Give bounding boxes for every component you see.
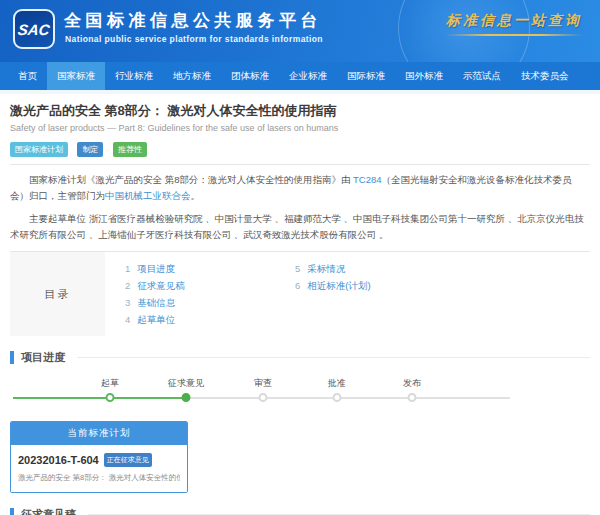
toc-box: 目录 1项目进度 2征求意见稿 3基础信息 4起草单位 5采标情况 6相近标准(… [10, 252, 590, 336]
site-title: 全国标准信息公共服务平台 [64, 9, 322, 32]
nav-item-foreign-standards[interactable]: 国外标准 [395, 62, 453, 90]
toc-link: 基础信息 [137, 297, 175, 308]
nav-item-national-standards[interactable]: 国家标准 [47, 62, 105, 90]
toc-item-drafting-units[interactable]: 4起草单位 [125, 311, 295, 328]
section-accent-bar [10, 351, 14, 364]
toc-item-adoption[interactable]: 5采标情况 [295, 260, 465, 277]
slogan-underline [446, 34, 582, 36]
slogan-banner: 标准信息一站查询 [446, 12, 582, 36]
intro-p1-suffix: 。 [191, 190, 201, 201]
step-node-review [259, 393, 268, 402]
toc-columns: 1项目进度 2征求意见稿 3基础信息 4起草单位 5采标情况 6相近标准(计划) [105, 252, 465, 336]
nav-item-group-standards[interactable]: 团体标准 [221, 62, 279, 90]
toc-num: 2 [125, 280, 130, 291]
intro-p1-prefix: 国家标准计划《激光产品的安全 第8部分：激光对人体安全性的使用指南》由 [29, 174, 353, 185]
section-title: 项目进度 [21, 350, 65, 365]
step-label-review: 审查 [254, 377, 272, 390]
section-draft: 征求意见稿 [10, 507, 590, 515]
toc-item-similar-standards[interactable]: 6相近标准(计划) [295, 277, 465, 294]
toc-num: 5 [295, 263, 300, 274]
toc-num: 3 [125, 297, 130, 308]
standard-title-en: Safety of laser products — Part 8: Guide… [10, 123, 590, 133]
plan-number-row: 20232016-T-604 正在征求意见 [18, 453, 180, 467]
step-node-draft [106, 393, 115, 402]
toc-link: 项目进度 [137, 263, 175, 274]
nav-item-home[interactable]: 首页 [8, 62, 47, 90]
toc-link: 采标情况 [307, 263, 345, 274]
toc-item-project-progress[interactable]: 1项目进度 [125, 260, 295, 277]
main-nav: 首页 国家标准 行业标准 地方标准 团体标准 企业标准 国际标准 国外标准 示范… [0, 62, 600, 90]
sac-logo-text: SAC [17, 21, 51, 38]
status-badge: 正在征求意见 [104, 453, 152, 467]
plan-name: 激光产品的安全 第8部分： 激光对人体安全性的使用指南 [18, 473, 180, 483]
site-header: SAC 全国标准信息公共服务平台 National public service… [0, 0, 600, 62]
section-rule [77, 357, 590, 358]
tag-recommended: 推荐性 [113, 142, 147, 157]
toc-link: 起草单位 [137, 314, 175, 325]
plan-number: 20232016-T-604 [18, 454, 99, 466]
site-subtitle: National public service platform for sta… [65, 34, 323, 44]
toc-link: 征求意见稿 [137, 280, 185, 291]
nav-item-industry-standards[interactable]: 行业标准 [105, 62, 163, 90]
current-plan-card-body: 20232016-T-604 正在征求意见 激光产品的安全 第8部分： 激光对人… [11, 445, 187, 492]
current-plan-card-title: 当前标准计划 [11, 422, 187, 445]
toc-num: 6 [295, 280, 300, 291]
standard-title-cn: 激光产品的安全 第8部分： 激光对人体安全性的使用指南 [10, 102, 590, 120]
toc-item-basic-info[interactable]: 3基础信息 [125, 294, 295, 311]
step-label-comments: 征求意见 [168, 377, 204, 390]
ministry-link[interactable]: 中国机械工业联合会 [105, 190, 191, 201]
section-project-progress: 项目进度 [10, 350, 590, 365]
section-title: 征求意见稿 [21, 507, 76, 515]
toc-link: 相近标准(计划) [307, 280, 370, 291]
tag-formulate: 制定 [77, 142, 103, 157]
divider [10, 164, 590, 165]
intro-paragraph-2: 主要起草单位 浙江省医疗器械检验研究院 、中国计量大学 、福建师范大学 、中国电… [10, 211, 590, 243]
nav-item-local-standards[interactable]: 地方标准 [163, 62, 221, 90]
nav-item-international-standards[interactable]: 国际标准 [337, 62, 395, 90]
timeline-pending-line [186, 397, 510, 399]
toc-num: 4 [125, 314, 130, 325]
timeline-completed-line [13, 397, 186, 399]
toc-column-1: 1项目进度 2征求意见稿 3基础信息 4起草单位 [125, 260, 295, 328]
standard-header: 激光产品的安全 第8部分： 激光对人体安全性的使用指南 Safety of la… [10, 94, 590, 165]
nav-item-technical-committee[interactable]: 技术委员会 [511, 62, 579, 90]
step-label-draft: 起草 [101, 377, 119, 390]
step-node-comments [182, 393, 191, 402]
intro-paragraph-1: 国家标准计划《激光产品的安全 第8部分：激光对人体安全性的使用指南》由 TC28… [10, 172, 590, 204]
section-accent-bar [10, 508, 14, 515]
page: SAC 全国标准信息公共服务平台 National public service… [0, 0, 600, 515]
tag-national-standard-plan: 国家标准计划 [10, 142, 68, 157]
step-label-publish: 发布 [403, 377, 421, 390]
step-label-approval: 批准 [328, 377, 346, 390]
progress-timeline: 起草 征求意见 审查 批准 发布 [10, 373, 590, 411]
current-plan-card[interactable]: 当前标准计划 20232016-T-604 正在征求意见 激光产品的安全 第8部… [10, 421, 188, 493]
tc284-link[interactable]: TC284 [353, 174, 382, 185]
step-node-approval [333, 393, 342, 402]
nav-item-pilot[interactable]: 示范试点 [453, 62, 511, 90]
toc-column-2: 5采标情况 6相近标准(计划) [295, 260, 465, 328]
nav-item-enterprise-standards[interactable]: 企业标准 [279, 62, 337, 90]
standard-tags: 国家标准计划 制定 推荐性 [10, 138, 590, 157]
sac-logo-icon[interactable]: SAC [13, 9, 55, 49]
toc-label: 目录 [10, 252, 105, 336]
slogan-text: 标准信息一站查询 [446, 12, 582, 30]
content-area: 激光产品的安全 第8部分： 激光对人体安全性的使用指南 Safety of la… [0, 94, 600, 515]
toc-num: 1 [125, 263, 130, 274]
toc-item-draft[interactable]: 2征求意见稿 [125, 277, 295, 294]
step-node-publish [408, 393, 417, 402]
